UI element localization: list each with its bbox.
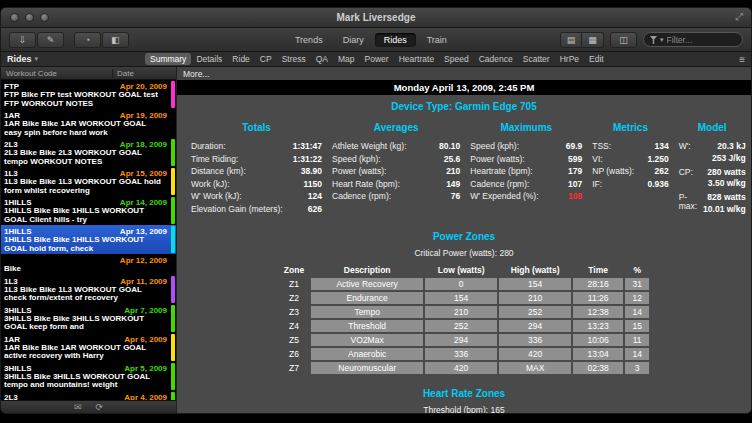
model-row: W': 20.3 kJ 253 J/kg	[679, 142, 746, 163]
metric-value: 76	[451, 192, 460, 201]
averages-title: Averages	[332, 122, 460, 133]
zone-name: Z4	[279, 320, 309, 332]
filter-input[interactable]	[667, 35, 736, 45]
fullscreen-icon[interactable]: ⤢	[735, 11, 743, 23]
scope-tab[interactable]: Rides	[375, 33, 416, 47]
metric-label: VI:	[592, 155, 602, 164]
metric-value: 149	[446, 180, 460, 189]
chart-tab[interactable]: Map	[333, 53, 360, 65]
model-values: 280 watts 3.50 w/kg	[707, 168, 745, 189]
column-date[interactable]: Date	[113, 69, 171, 78]
ride-color-tag	[171, 305, 175, 332]
zone-percent: 12	[625, 292, 649, 304]
menu-icon[interactable]: ≡	[739, 54, 745, 65]
chart-tab[interactable]: Cadence	[474, 53, 518, 65]
chart-tab[interactable]: QA	[311, 53, 333, 65]
view-bar: Rides ▾ Summary Details Ride CP Stress Q…	[1, 52, 751, 67]
zone-description: Neuromuscular	[311, 362, 423, 374]
metric-label: W' Work (kJ):	[191, 192, 242, 201]
chart-tab[interactable]: Power	[360, 53, 394, 65]
critical-power-text: Critical Power (watts): 280	[185, 248, 743, 258]
ride-list-item[interactable]: 1HILLS Apr 13, 2009 1HILLS Bike Bike 1HI…	[1, 225, 176, 254]
metric-label: Cadence (rpm):	[332, 192, 391, 201]
tile-view-icon: ◫	[619, 35, 628, 45]
chart-tab[interactable]: Ride	[227, 53, 254, 65]
filter-field: ▾	[643, 32, 743, 47]
ride-text: 1AR Bike Bike 1AR WORKOUT GOAL easy spin…	[4, 120, 167, 137]
metric-value: 262	[655, 167, 669, 176]
zone-high: 420	[499, 348, 571, 360]
high-col-header: High (watts)	[499, 265, 571, 276]
zone-low: 0	[425, 278, 497, 290]
ride-list-item[interactable]: 3HILLS Apr 5, 2009 3HILLS Bike 3HILLS WO…	[1, 362, 176, 391]
chart-tab[interactable]: HrPe	[555, 53, 584, 65]
chart-tab[interactable]: Heartrate	[394, 53, 439, 65]
app-window: Mark Liversedge ⤢ ⇩ ✎ ◔ ◧ Trends Diary R…	[1, 8, 751, 413]
chart-tab[interactable]: Details	[191, 53, 227, 65]
sidebar-toggle-button[interactable]: ◧	[102, 32, 129, 48]
metric-label: W' Expended (%):	[470, 192, 538, 201]
chart-tab[interactable]: Edit	[584, 53, 609, 65]
mail-icon[interactable]: ✉	[74, 403, 82, 412]
export-button[interactable]: ⇩	[9, 32, 36, 48]
ride-list-item[interactable]: 1AR Apr 19, 2009 1AR Bike Bike 1AR WORKO…	[1, 109, 176, 138]
tile-view-button[interactable]: ◫	[610, 32, 637, 48]
ride-date: Apr 4, 2009	[124, 393, 167, 401]
ride-list-item[interactable]: 1AR Apr 6, 2009 1AR Bike Bike 1AR WORKOU…	[1, 333, 176, 362]
sidebar-view-selector[interactable]: Rides ▾	[7, 54, 145, 64]
ride-list-item[interactable]: 2L3 Apr 4, 2009 2L3 Bike Bike 2L3 WORKOU…	[1, 391, 176, 401]
totals-title: Totals	[191, 122, 322, 133]
zone-high: 210	[499, 292, 571, 304]
toolbar: ⇩ ✎ ◔ ◧ Trends Diary Rides Train ▤ ▦ ◫	[1, 28, 751, 52]
sync-icon[interactable]: ⟳	[96, 403, 104, 412]
ride-list-item[interactable]: Apr 12, 2009 Bike	[1, 254, 176, 275]
zone-percent: 15	[625, 320, 649, 332]
ride-text: 3HILLS Bike Bike 3HILLS WORKOUT GOAL kee…	[4, 315, 167, 332]
ride-list-item[interactable]: 1L3 Apr 11, 2009 1L3 Bike Bike 1L3 WORKO…	[1, 275, 176, 304]
zone-col-header: Zone	[279, 265, 309, 276]
metric-row: Heart Rate (bpm): 149	[332, 180, 460, 189]
zone-name: Z2	[279, 292, 309, 304]
metric-row: Heartrate (bpm): 179	[470, 167, 582, 176]
chart-tab[interactable]: Speed	[439, 53, 474, 65]
chart-tabs: Summary Details Ride CP Stress QA Map Po…	[145, 53, 609, 65]
zoom-button[interactable]	[40, 13, 49, 22]
ride-list-item[interactable]: 3HILLS Apr 7, 2009 3HILLS Bike Bike 3HIL…	[1, 304, 176, 333]
column-workout-code[interactable]: Workout Code	[6, 69, 113, 78]
body: Workout Code Date FTP Apr 20, 2009 FTP B…	[1, 67, 751, 413]
metric-row: Speed (kph): 25.6	[332, 155, 460, 164]
ride-list-item[interactable]: 1HILLS Apr 14, 2009 1HILLS Bike Bike 1HI…	[1, 196, 176, 225]
zone-description: Threshold	[311, 320, 423, 332]
grid-view-button[interactable]: ▦	[582, 32, 604, 48]
zone-low: 252	[425, 320, 497, 332]
metric-row: Cadence (rpm): 107	[470, 180, 582, 189]
scope-tab[interactable]: Train	[418, 33, 456, 47]
zone-high: 294	[499, 320, 571, 332]
list-view-button[interactable]: ▤	[560, 32, 582, 48]
chart-tab[interactable]: CP	[255, 53, 277, 65]
intervals-button[interactable]: ◔	[74, 32, 101, 48]
ride-list-item[interactable]: 2L3 Apr 18, 2009 2L3 Bike Bike 2L3 WORKO…	[1, 138, 176, 167]
chart-tab[interactable]: Stress	[277, 53, 311, 65]
minimize-button[interactable]	[25, 13, 34, 22]
metric-row: Distance (km): 38.90	[191, 167, 322, 176]
edit-button[interactable]: ✎	[37, 32, 64, 48]
ride-list-item[interactable]: 1L3 Apr 15, 2009 1L3 Bike Bike 1L3 WORKO…	[1, 167, 176, 196]
metric-label: NP (watts):	[592, 167, 634, 176]
chart-tab[interactable]: Scatter	[518, 53, 555, 65]
metric-label: Time Riding:	[191, 155, 238, 164]
scope-tab[interactable]: Trends	[286, 33, 332, 47]
ride-list-item[interactable]: FTP Apr 20, 2009 FTP Bike FTP test WORKO…	[1, 80, 176, 109]
model-title: Model	[679, 122, 746, 133]
zone-percent: 14	[625, 348, 649, 360]
filter-funnel-icon	[650, 36, 657, 44]
close-button[interactable]	[10, 13, 19, 22]
metric-label: Work (kJ):	[191, 180, 230, 189]
chart-tab[interactable]: Summary	[145, 53, 191, 65]
scope-tab[interactable]: Diary	[334, 33, 373, 47]
zone-high: MAX	[499, 362, 571, 374]
zone-time: 12:38	[573, 306, 623, 318]
more-button[interactable]: More...	[183, 69, 209, 79]
zone-row: Z7 Neuromuscular 420 MAX 02:38 3	[279, 362, 649, 374]
time-col-header: Time	[573, 265, 623, 276]
